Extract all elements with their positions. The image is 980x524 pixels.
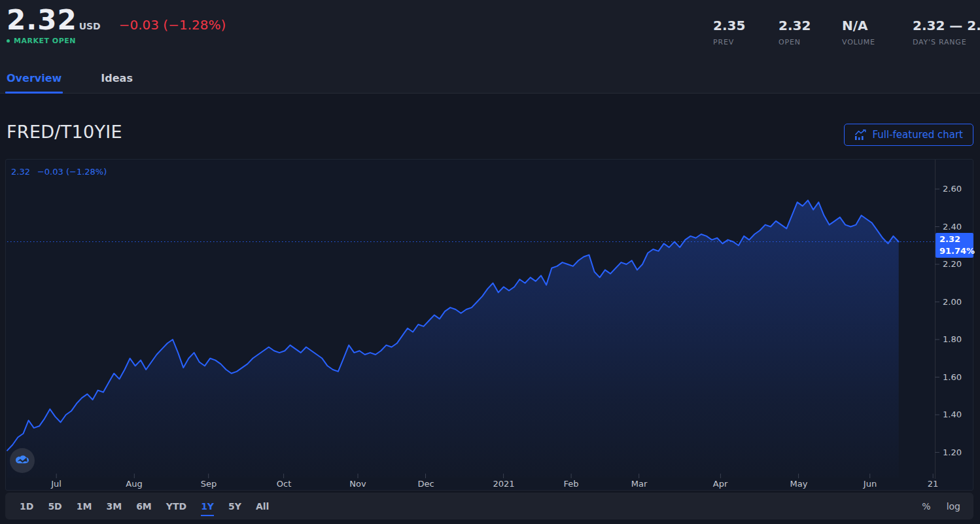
symbol-header: 2.32 USD −0.03 (−1.28%) MARKET OPEN 2.35… bbox=[0, 0, 980, 63]
chart-card: 2.32 −0.03 (−1.28%) 2.602.402.202.001.80… bbox=[5, 159, 973, 491]
tab-ideas[interactable]: Ideas bbox=[101, 63, 133, 93]
x-axis-label: Mar bbox=[631, 479, 648, 489]
legend-value: 2.32 bbox=[11, 167, 30, 177]
range-button-1y[interactable]: 1Y bbox=[197, 500, 218, 513]
legend-change: −0.03 (−1.28%) bbox=[37, 167, 107, 177]
full-featured-chart-button[interactable]: Full-featured chart bbox=[844, 124, 973, 146]
x-axis-label: 21 bbox=[928, 479, 939, 489]
x-axis-label: Nov bbox=[349, 479, 366, 489]
full-featured-chart-label: Full-featured chart bbox=[872, 129, 963, 141]
y-axis-label: 2.00 bbox=[943, 297, 975, 307]
range-button-6m[interactable]: 6M bbox=[132, 500, 156, 513]
stat-value: 2.32 bbox=[779, 18, 842, 33]
range-button-3m[interactable]: 3M bbox=[102, 500, 126, 513]
stat-label: VOLUME bbox=[842, 38, 913, 46]
range-button-1d[interactable]: 1D bbox=[16, 500, 37, 513]
percent-scale-button[interactable]: % bbox=[922, 501, 930, 512]
stat-volume: N/AVOLUME bbox=[842, 18, 913, 46]
y-axis-label: 2.60 bbox=[943, 184, 975, 194]
x-axis-label: Jun bbox=[864, 479, 877, 489]
page-tabs: Overview Ideas bbox=[0, 63, 980, 94]
page-title: FRED/T10YIE bbox=[7, 122, 122, 142]
badge-price: 2.32 bbox=[939, 234, 973, 245]
y-axis-label: 2.20 bbox=[943, 259, 975, 269]
range-button-1m[interactable]: 1M bbox=[73, 500, 96, 513]
x-axis-label: Sep bbox=[201, 479, 217, 489]
market-status-label: MARKET OPEN bbox=[14, 37, 76, 45]
tab-ideas-label: Ideas bbox=[101, 72, 133, 84]
badge-percent: 91.74% bbox=[939, 245, 973, 257]
stat-value: N/A bbox=[842, 18, 913, 33]
price-change: −0.03 (−1.28%) bbox=[119, 17, 226, 33]
stat-label: PREV bbox=[713, 38, 779, 46]
y-axis-label: 2.40 bbox=[943, 222, 975, 232]
stat-value: 2.35 bbox=[713, 18, 779, 33]
log-scale-button[interactable]: log bbox=[947, 501, 960, 512]
stat-open: 2.32OPEN bbox=[779, 18, 842, 46]
currency-label: USD bbox=[79, 21, 101, 31]
stat-label: DAY'S RANGE bbox=[913, 38, 975, 46]
price-block: 2.32 USD −0.03 (−1.28%) MARKET OPEN bbox=[7, 5, 226, 45]
chart-toolbar: 1D5D1M3M6MYTD1Y5YAll % log bbox=[5, 493, 973, 519]
x-axis-label: Jul bbox=[51, 479, 61, 489]
x-axis-label: Feb bbox=[563, 479, 578, 489]
y-axis-label: 1.40 bbox=[943, 410, 975, 419]
stat-label: OPEN bbox=[779, 38, 842, 46]
stat-day-s-range: 2.32 — 2.32DAY'S RANGE bbox=[913, 18, 975, 46]
price-chart-plot[interactable] bbox=[6, 160, 973, 490]
x-axis-label: Aug bbox=[126, 479, 142, 489]
current-price-axis-badge: 2.32 91.74% bbox=[936, 233, 973, 258]
date-range-buttons: 1D5D1M3M6MYTD1Y5YAll bbox=[16, 500, 273, 513]
tab-overview[interactable]: Overview bbox=[7, 63, 61, 93]
y-axis-label: 1.60 bbox=[943, 372, 975, 382]
status-dot-icon bbox=[7, 39, 10, 43]
range-button-all[interactable]: All bbox=[252, 500, 273, 513]
x-axis-label: Apr bbox=[713, 479, 728, 489]
tradingview-logo[interactable] bbox=[10, 448, 35, 473]
x-axis-label: Dec bbox=[417, 479, 434, 489]
chart-icon bbox=[854, 130, 866, 140]
current-price: 2.32 bbox=[7, 5, 77, 35]
chart-legend: 2.32 −0.03 (−1.28%) bbox=[11, 167, 107, 177]
x-axis-label: May bbox=[790, 479, 808, 489]
stat-prev: 2.35PREV bbox=[713, 18, 779, 46]
y-axis-label: 1.20 bbox=[943, 447, 975, 457]
scale-buttons: % log bbox=[922, 501, 960, 512]
tab-overview-label: Overview bbox=[7, 72, 61, 84]
x-axis-label: 2021 bbox=[493, 479, 514, 489]
x-axis-label: Oct bbox=[277, 479, 291, 489]
range-button-5y[interactable]: 5Y bbox=[224, 500, 245, 513]
range-button-ytd[interactable]: YTD bbox=[162, 500, 190, 513]
key-stats: 2.35PREV2.32OPENN/AVOLUME2.32 — 2.32DAY'… bbox=[713, 18, 975, 46]
y-axis-label: 1.80 bbox=[943, 334, 975, 344]
range-button-5d[interactable]: 5D bbox=[44, 500, 65, 513]
stat-value: 2.32 — 2.32 bbox=[913, 18, 975, 33]
market-status: MARKET OPEN bbox=[7, 37, 226, 45]
